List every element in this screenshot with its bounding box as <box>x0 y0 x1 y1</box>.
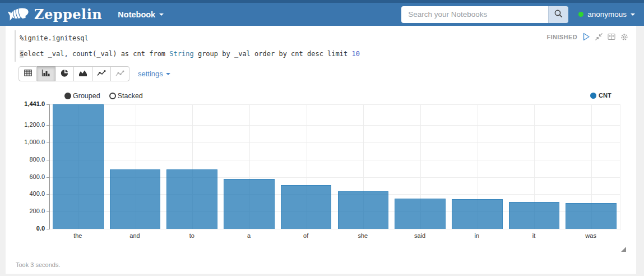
y-tick-label: 0.0 <box>6 225 45 232</box>
y-tick-label: 400.0 <box>6 190 45 197</box>
x-axis-labels: theandtoaofshesaidinitwas <box>49 232 619 241</box>
chart-legend[interactable]: CNT <box>590 92 611 99</box>
user-menu[interactable]: anonymous <box>578 10 635 19</box>
y-tick-label: 800.0 <box>6 156 45 163</box>
paragraph-card: %ignite.ignitesqlselect _val, count(_val… <box>6 26 636 274</box>
bar-to[interactable] <box>166 169 217 229</box>
x-tick-label: in <box>448 232 506 239</box>
x-tick-label: of <box>277 232 335 239</box>
settings-toggle[interactable]: settings <box>138 70 170 78</box>
visualization-toolbar: settings <box>18 66 170 81</box>
user-name: anonymous <box>587 10 627 19</box>
chart-type-group <box>18 66 129 81</box>
y-tick-label: 1,200.0 <box>6 121 45 128</box>
scatter-chart-icon <box>115 70 124 79</box>
x-tick-label: to <box>163 232 220 239</box>
bar-chart-icon <box>41 70 50 79</box>
code-line-interpreter: %ignite.ignitesql <box>20 30 360 46</box>
bar-was[interactable] <box>566 203 617 229</box>
brand-title: Zeppelin <box>34 6 102 22</box>
notebook-menu[interactable]: Notebook <box>118 10 164 19</box>
paragraph-controls: FINISHED <box>546 33 628 41</box>
bar-said[interactable] <box>395 199 446 229</box>
y-tick-mark <box>47 104 50 105</box>
notebook-menu-label: Notebook <box>118 10 155 19</box>
x-tick-label: a <box>220 232 277 239</box>
y-tick-label: 600.0 <box>6 173 45 180</box>
search-button[interactable] <box>548 6 568 23</box>
x-tick-label: it <box>506 232 563 239</box>
legend-series-dot <box>590 93 596 99</box>
pie-chart-button[interactable] <box>55 66 74 81</box>
y-tick-mark <box>47 160 50 160</box>
y-tick-mark <box>47 229 50 229</box>
y-tick-mark <box>47 177 50 178</box>
zeppelin-brand[interactable]: Zeppelin <box>8 6 102 24</box>
table-icon <box>24 70 32 78</box>
stacked-radio[interactable]: Stacked <box>109 92 143 100</box>
y-tick-mark <box>47 194 50 195</box>
search-icon <box>554 9 563 20</box>
gridline <box>50 229 620 229</box>
code-editor[interactable]: %ignite.ignitesqlselect _val, count(_val… <box>15 30 360 62</box>
y-tick-label: 200.0 <box>6 208 45 214</box>
y-tick-label: 1,000.0 <box>6 139 45 145</box>
y-tick-mark <box>47 142 50 143</box>
connection-status-icon <box>578 12 583 17</box>
execution-time: Took 3 seconds. <box>16 261 61 268</box>
x-tick-label: and <box>106 232 164 239</box>
top-navbar: Zeppelin Notebook anonymous <box>0 0 644 26</box>
gear-icon[interactable] <box>620 33 628 41</box>
notebook-search <box>401 6 568 23</box>
show-editor-icon[interactable] <box>608 33 615 40</box>
scatter-chart-button[interactable] <box>111 66 129 81</box>
chart-resize-handle[interactable] <box>621 247 626 252</box>
zeppelin-blimp-icon <box>8 6 30 24</box>
x-tick-label: was <box>562 232 619 239</box>
radio-selected-icon <box>64 93 71 99</box>
plot-area <box>49 104 620 229</box>
run-paragraph-icon[interactable] <box>582 33 590 41</box>
chevron-down-icon <box>159 13 164 16</box>
pie-chart-icon <box>61 69 69 79</box>
bar-a[interactable] <box>224 179 275 229</box>
line-chart-icon <box>97 70 106 79</box>
legend-series-label: CNT <box>599 92 611 99</box>
y-axis-labels: 1,441.01,200.01,000.0800.0600.0400.0200.… <box>6 104 45 229</box>
stacked-label: Stacked <box>118 92 143 100</box>
bar-it[interactable] <box>509 202 560 229</box>
area-chart-icon <box>78 70 87 79</box>
table-view-button[interactable] <box>18 66 37 81</box>
status-badge: FINISHED <box>546 34 577 40</box>
search-input[interactable] <box>401 6 548 23</box>
y-tick-label: 1,441.0 <box>6 100 45 107</box>
code-line-sql: select _val, count(_val) as cnt from Str… <box>20 46 360 62</box>
x-tick-label: said <box>391 232 448 239</box>
bar-and[interactable] <box>110 169 161 229</box>
collapse-icon[interactable] <box>595 33 603 40</box>
y-tick-mark <box>47 211 50 212</box>
x-tick-label: the <box>49 232 106 239</box>
bar-the[interactable] <box>53 104 104 229</box>
bar-she[interactable] <box>338 191 389 229</box>
line-chart-button[interactable] <box>92 66 111 81</box>
y-tick-mark <box>47 125 50 126</box>
radio-unselected-icon <box>109 93 116 99</box>
bar-mode-controls: Grouped Stacked <box>64 92 143 100</box>
settings-label: settings <box>138 70 163 78</box>
bar-of[interactable] <box>281 185 332 229</box>
x-tick-label: she <box>335 232 392 239</box>
area-chart-button[interactable] <box>74 66 92 81</box>
chevron-down-icon <box>166 73 170 75</box>
bar-in[interactable] <box>452 199 503 229</box>
grouped-label: Grouped <box>73 92 100 100</box>
grouped-radio[interactable]: Grouped <box>64 92 100 100</box>
chevron-down-icon <box>631 13 635 16</box>
zeppelin-app: Zeppelin Notebook anonymous <box>0 0 644 276</box>
bar-chart-button[interactable] <box>37 66 55 81</box>
